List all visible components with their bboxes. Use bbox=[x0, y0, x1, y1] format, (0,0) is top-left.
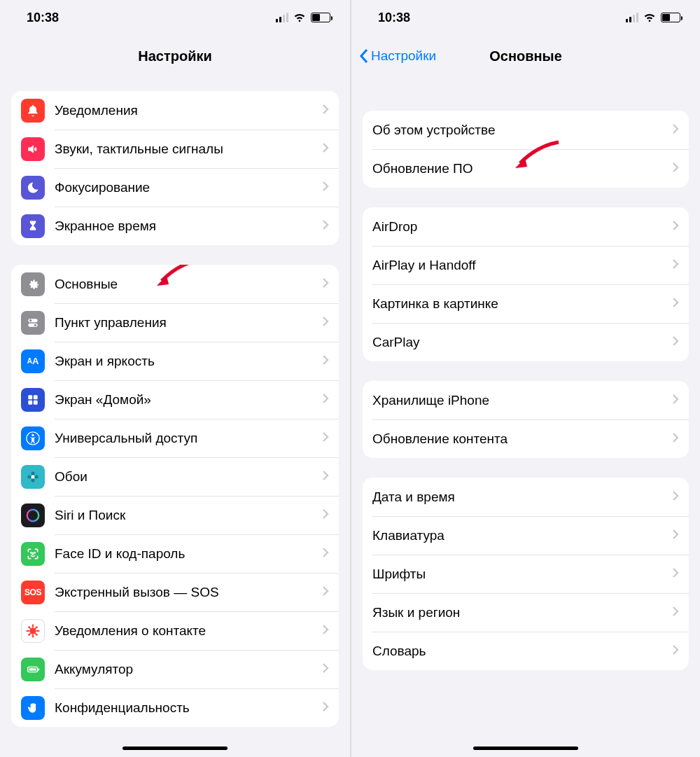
settings-general-screen: 10:38 Настройки Основные Об этом устройс… bbox=[350, 0, 700, 757]
chevron-right-icon bbox=[322, 624, 329, 638]
group-about: Об этом устройстве Обновление ПО bbox=[363, 111, 689, 188]
row-about[interactable]: Об этом устройстве bbox=[363, 111, 689, 149]
svg-point-16 bbox=[31, 552, 31, 553]
chevron-right-icon bbox=[322, 316, 329, 330]
row-label: Экран «Домой» bbox=[55, 392, 322, 408]
chevron-right-icon bbox=[322, 431, 329, 445]
siri-icon bbox=[21, 503, 45, 527]
chevron-right-icon bbox=[322, 219, 329, 233]
svg-point-9 bbox=[31, 433, 34, 436]
chevron-right-icon bbox=[672, 644, 679, 658]
row-label: AirPlay и Handoff bbox=[372, 258, 672, 273]
home-indicator[interactable] bbox=[122, 746, 227, 750]
row-label: Уведомления bbox=[55, 103, 322, 118]
row-bgrefresh[interactable]: Обновление контента bbox=[363, 419, 689, 458]
row-dictionary[interactable]: Словарь bbox=[363, 632, 689, 670]
flower-icon bbox=[21, 465, 45, 489]
nav-back-label: Настройки bbox=[371, 48, 436, 64]
status-bar: 10:38 bbox=[0, 0, 350, 35]
row-controlcenter[interactable]: Пункт управления bbox=[11, 303, 339, 342]
row-screentime[interactable]: Экранное время bbox=[11, 207, 339, 245]
row-label: Хранилище iPhone bbox=[372, 393, 672, 408]
row-notifications[interactable]: Уведомления bbox=[11, 91, 339, 130]
chevron-left-icon bbox=[358, 48, 370, 64]
row-langregion[interactable]: Язык и регион bbox=[363, 593, 689, 632]
svg-point-30 bbox=[38, 630, 40, 632]
row-privacy[interactable]: Конфиденциальность bbox=[11, 688, 339, 727]
row-battery[interactable]: Аккумулятор bbox=[11, 650, 339, 688]
row-airdrop[interactable]: AirDrop bbox=[363, 207, 689, 246]
row-wallpaper[interactable]: Обои bbox=[11, 457, 339, 496]
bell-icon bbox=[21, 99, 45, 123]
chevron-right-icon bbox=[672, 432, 679, 446]
row-label: Siri и Поиск bbox=[55, 508, 322, 523]
group-datetime: Дата и время Клавиатура Шрифты Язык и ре… bbox=[363, 478, 689, 670]
row-carplay[interactable]: CarPlay bbox=[363, 323, 689, 361]
row-general[interactable]: Основные bbox=[11, 265, 339, 303]
svg-point-32 bbox=[36, 626, 38, 628]
row-label: AirDrop bbox=[372, 219, 672, 235]
battery-icon bbox=[661, 13, 680, 22]
page-title: Настройки bbox=[138, 48, 212, 64]
row-storage[interactable]: Хранилище iPhone bbox=[363, 381, 689, 419]
row-accessibility[interactable]: Универсальный доступ bbox=[11, 419, 339, 457]
nav-header: Настройки Основные bbox=[351, 35, 700, 77]
row-label: Уведомления о контакте bbox=[55, 623, 322, 639]
row-label: Дата и время bbox=[372, 489, 672, 505]
row-label: Об этом устройстве bbox=[372, 123, 672, 138]
chevron-right-icon bbox=[322, 701, 329, 715]
row-label: Фокусирование bbox=[55, 180, 322, 195]
general-list[interactable]: Об этом устройстве Обновление ПО AirDrop… bbox=[351, 111, 700, 698]
sos-icon: SOS bbox=[21, 581, 45, 604]
wifi-icon bbox=[643, 9, 657, 27]
row-label: Картинка в картинке bbox=[372, 296, 672, 312]
row-display[interactable]: AA Экран и яркость bbox=[11, 342, 339, 380]
grid-icon bbox=[21, 388, 45, 412]
home-indicator[interactable] bbox=[473, 746, 578, 750]
status-indicators bbox=[626, 9, 680, 27]
chevron-right-icon bbox=[322, 470, 329, 484]
svg-point-14 bbox=[35, 475, 38, 478]
row-label: Основные bbox=[55, 277, 322, 292]
row-label: Шрифты bbox=[372, 567, 672, 582]
row-label: Обои bbox=[55, 469, 322, 485]
row-datetime[interactable]: Дата и время bbox=[363, 478, 689, 516]
cellular-signal-icon bbox=[626, 13, 638, 22]
svg-rect-6 bbox=[28, 400, 32, 404]
text-size-icon: AA bbox=[21, 349, 45, 373]
hourglass-icon bbox=[21, 214, 45, 238]
row-airplay[interactable]: AirPlay и Handoff bbox=[363, 246, 689, 284]
row-fonts[interactable]: Шрифты bbox=[363, 555, 689, 593]
row-homescreen[interactable]: Экран «Домой» bbox=[11, 380, 339, 419]
wifi-icon bbox=[293, 9, 307, 27]
row-software-update[interactable]: Обновление ПО bbox=[363, 149, 689, 188]
row-faceid[interactable]: Face ID и код-пароль bbox=[11, 534, 339, 573]
cellular-signal-icon bbox=[276, 13, 288, 22]
row-sos[interactable]: SOS Экстренный вызов — SOS bbox=[11, 573, 339, 611]
svg-point-12 bbox=[31, 478, 35, 482]
row-pip[interactable]: Картинка в картинке bbox=[363, 284, 689, 323]
group-airdrop: AirDrop AirPlay и Handoff Картинка в кар… bbox=[363, 207, 689, 361]
svg-rect-37 bbox=[38, 668, 39, 671]
accessibility-icon bbox=[21, 426, 45, 450]
chevron-right-icon bbox=[672, 394, 679, 408]
settings-list[interactable]: Уведомления Звуки, тактильные сигналы Фо… bbox=[0, 91, 350, 755]
row-sounds[interactable]: Звуки, тактильные сигналы bbox=[11, 130, 339, 168]
svg-rect-7 bbox=[34, 400, 38, 404]
svg-point-10 bbox=[31, 475, 35, 478]
chevron-right-icon bbox=[672, 567, 679, 581]
row-exposure[interactable]: Уведомления о контакте bbox=[11, 611, 339, 650]
battery-icon bbox=[21, 658, 45, 681]
chevron-right-icon bbox=[322, 277, 329, 291]
nav-back-button[interactable]: Настройки bbox=[358, 48, 436, 64]
row-label: Клавиатура bbox=[372, 528, 672, 543]
svg-point-33 bbox=[28, 634, 30, 636]
row-keyboard[interactable]: Клавиатура bbox=[363, 516, 689, 555]
chevron-right-icon bbox=[322, 662, 329, 676]
chevron-right-icon bbox=[322, 508, 329, 522]
row-siri[interactable]: Siri и Поиск bbox=[11, 496, 339, 534]
row-label: Экран и яркость bbox=[55, 354, 322, 369]
row-focus[interactable]: Фокусирование bbox=[11, 168, 339, 207]
row-label: Звуки, тактильные сигналы bbox=[55, 141, 322, 157]
svg-point-27 bbox=[32, 624, 34, 626]
